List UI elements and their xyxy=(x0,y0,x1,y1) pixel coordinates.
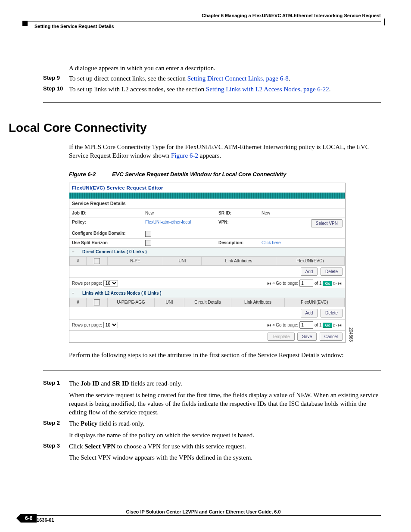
field-value: New xyxy=(259,208,345,218)
body-text: It displays the name of the policy on wh… xyxy=(69,431,381,439)
go-button[interactable]: Go xyxy=(323,281,332,286)
field-label: Use Split Horizon xyxy=(69,238,143,247)
figure-caption: Figure 6-2EVC Service Request Details Wi… xyxy=(69,171,381,178)
save-button[interactable]: Save xyxy=(297,333,317,341)
table-header: # U-PE/PE-AGG UNI Circuit Details Link A… xyxy=(69,298,345,307)
page-number: 6-6 xyxy=(21,514,37,523)
chapter-title: Chapter 6 Managing a FlexUNI/EVC ATM-Eth… xyxy=(202,13,381,18)
last-page-icon[interactable]: ⏭ xyxy=(338,281,342,286)
page-header: Chapter 6 Managing a FlexUNI/EVC ATM-Eth… xyxy=(26,13,385,34)
next-page-icon[interactable]: ▷ xyxy=(333,281,337,286)
description-link[interactable]: Click here xyxy=(259,238,345,247)
heading-1: Local Core Connectivity xyxy=(9,120,381,136)
select-all-checkbox[interactable] xyxy=(94,258,100,264)
rows-per-page-select[interactable]: 10 xyxy=(103,322,118,328)
go-button[interactable]: Go xyxy=(323,323,332,328)
delete-button[interactable]: Delete xyxy=(321,309,342,317)
panel-header[interactable]: −Direct Connect Links ( 0 Links ) xyxy=(69,247,345,256)
collapse-icon[interactable]: − xyxy=(72,290,75,296)
body-text: When the service request is being create… xyxy=(69,391,381,417)
step-label: Step 3 xyxy=(43,442,69,451)
last-page-icon[interactable]: ⏭ xyxy=(338,323,342,327)
field-label: Configure Bridge Domain: xyxy=(69,229,143,238)
body-text: The Select VPN window appears with the V… xyxy=(69,453,381,462)
body-text: A dialogue appears in which you can ente… xyxy=(69,64,381,72)
step-label: Step 2 xyxy=(43,419,69,428)
page-input[interactable] xyxy=(299,321,313,329)
figure-screenshot: FlexUNI(EVC) Service Request Editor Serv… xyxy=(69,183,346,343)
section-title: Setting the Service Request Details xyxy=(34,24,114,29)
select-vpn-button[interactable]: Select VPN xyxy=(311,219,342,228)
page-footer: Cisco IP Solution Center L2VPN and Carri… xyxy=(26,509,381,523)
xref-link[interactable]: Setting Links with L2 Access Nodes, page… xyxy=(206,86,329,93)
table-header: # N-PE UNI Link Attributes FlexUNI(EVC) xyxy=(69,256,345,266)
field-label: Description: xyxy=(216,238,259,247)
step-label: Step 10 xyxy=(43,85,69,93)
template-button[interactable]: Template xyxy=(268,333,295,341)
body-text: If the MPLS Core Connectivity Type for t… xyxy=(69,143,381,160)
field-value: FlexUNI-atm-ether-local xyxy=(143,218,216,229)
step-label: Step 1 xyxy=(43,379,69,388)
bridge-domain-checkbox[interactable] xyxy=(145,231,151,237)
body-text: The Job ID and SR ID fields are read-onl… xyxy=(69,379,381,388)
page-input[interactable] xyxy=(299,280,313,287)
first-page-icon[interactable]: ⏮ xyxy=(267,323,271,327)
add-button[interactable]: Add xyxy=(301,309,318,317)
next-page-icon[interactable]: ▷ xyxy=(333,323,337,327)
body-text: Perform the following steps to set the a… xyxy=(69,351,381,359)
prev-page-icon[interactable]: ◁ xyxy=(272,323,274,327)
editor-title: FlexUNI(EVC) Service Request Editor xyxy=(69,183,345,193)
body-text: The Policy field is read-only. xyxy=(69,419,381,428)
field-value: New xyxy=(143,208,216,218)
prev-page-icon[interactable]: ◁ xyxy=(272,281,274,286)
select-all-checkbox[interactable] xyxy=(94,299,100,305)
field-label: SR ID: xyxy=(216,208,259,218)
add-button[interactable]: Add xyxy=(301,268,318,276)
first-page-icon[interactable]: ⏮ xyxy=(267,281,271,286)
body-text: Click Select VPN to choose a VPN for use… xyxy=(69,442,381,451)
rows-per-page-select[interactable]: 10 xyxy=(103,280,118,286)
field-label: Job ID: xyxy=(69,208,143,218)
panel-title: Service Request Details xyxy=(69,199,345,208)
field-label: VPN: xyxy=(216,218,259,229)
body-text: To set up direct connect links, see the … xyxy=(69,74,381,83)
step-label: Step 9 xyxy=(43,74,69,83)
figure-id: 204863 xyxy=(348,327,354,342)
xref-link[interactable]: Figure 6-2 xyxy=(171,152,198,159)
collapse-icon[interactable]: − xyxy=(72,249,75,255)
panel-header[interactable]: −Links with L2 Access Nodes ( 0 Links ) xyxy=(69,289,345,298)
footer-title: Cisco IP Solution Center L2VPN and Carri… xyxy=(26,509,381,516)
split-horizon-checkbox[interactable] xyxy=(145,240,151,246)
cancel-button[interactable]: Cancel xyxy=(320,333,342,341)
xref-link[interactable]: Setting Direct Connect Links, page 6-8 xyxy=(187,75,289,82)
delete-button[interactable]: Delete xyxy=(321,268,342,276)
body-text: To set up links with L2 access nodes, se… xyxy=(69,85,381,93)
field-label: Policy: xyxy=(69,218,143,229)
